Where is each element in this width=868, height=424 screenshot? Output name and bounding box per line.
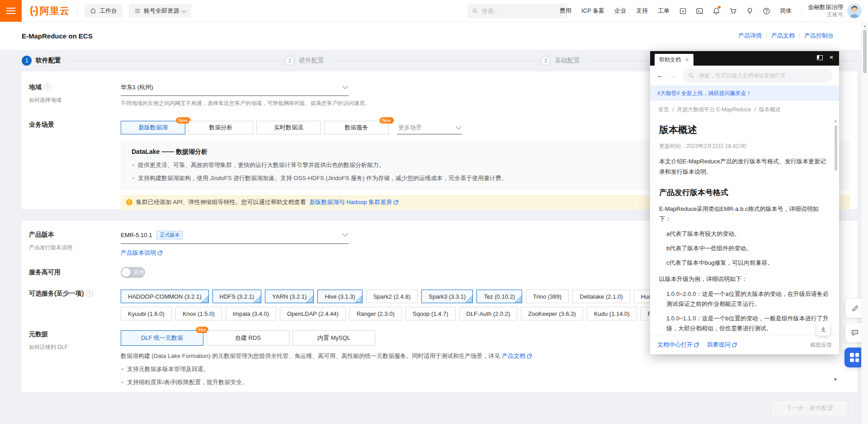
more-scenarios-select[interactable]: 更多场景 [397, 121, 462, 134]
ha-toggle[interactable]: 关闭 [121, 267, 145, 278]
breadcrumb-item[interactable]: 开源大数据平台 E-MapReduce [677, 106, 751, 114]
notifications-bell-icon[interactable] [708, 0, 725, 22]
service-chip[interactable]: Deltalake (2.1.0) [572, 290, 630, 303]
service-chip[interactable]: Kyuubi (1.6.0) [121, 307, 172, 320]
topbar-link[interactable]: 企业 [614, 7, 626, 15]
doc-search-input[interactable] [698, 72, 827, 79]
service-chip[interactable]: HDFS (3.2.1)✓ [212, 290, 262, 303]
version-notes-link[interactable]: 产品版本说明 [121, 249, 162, 256]
page-scrollbar[interactable]: ▲ [861, 22, 868, 424]
divider [766, 33, 767, 38]
cloudshell-icon[interactable] [691, 0, 708, 22]
doc-title: 版本概述 [659, 124, 830, 136]
chevron-down-icon [456, 124, 462, 129]
metadata-option[interactable]: DLF 统一元数据Hot [121, 330, 203, 346]
panel-scroll-up-icon[interactable]: ▲ [834, 119, 837, 123]
help-panel-toolbar: ← → [650, 66, 839, 86]
scenario-option[interactable]: 数据分析 [189, 121, 253, 134]
service-chip[interactable]: Ranger (2.3.0) [349, 307, 402, 320]
topbar-link[interactable]: 工单 [658, 7, 670, 15]
next-step-button[interactable]: 下一步：硬件配置 [771, 400, 848, 416]
locale-switch[interactable]: 简体 [780, 7, 792, 15]
lightbulb-icon[interactable] [741, 0, 758, 22]
scrollbar-thumb[interactable] [863, 30, 867, 73]
help-doc-tab[interactable]: 帮助文档 ✕ [655, 54, 693, 66]
global-search[interactable] [467, 4, 567, 18]
service-chip[interactable]: OpenLDAP (2.4.44) [280, 307, 346, 320]
help-tooltip-icon[interactable]: ? [44, 84, 51, 91]
scenario-option[interactable]: 数据服务New [324, 121, 389, 134]
service-chip[interactable]: ZooKeeper (3.6.3) [521, 307, 583, 320]
service-chip[interactable]: Spark2 (2.4.8) [366, 290, 418, 303]
product-link[interactable]: 产品文档 [771, 32, 795, 40]
breadcrumb-item[interactable]: 首页 [658, 106, 669, 114]
account-menu[interactable]: 金融数据治理 主账号 [801, 3, 862, 19]
search-input[interactable] [481, 7, 563, 15]
help-footer-link[interactable]: 我要提问 [707, 341, 737, 349]
version-badge: 正式版本 [156, 231, 183, 239]
service-chip[interactable]: Kudu (1.14.0) [587, 307, 637, 320]
product-version-label: 产品版本 [29, 231, 54, 239]
cluster-diff-link[interactable]: 新版数据湖与 Hadoop 集群差异 [310, 198, 399, 206]
doc-search-box[interactable] [683, 69, 833, 82]
workbench-button[interactable]: 工作台 [85, 4, 123, 18]
scenario-option[interactable]: 实时数据流 [256, 121, 321, 134]
help-doc-panel: 帮助文档 ✕ ✕ ← → #大咖答# 全新上线，踊跃提问赢奖金！ 首页/开源大数… [650, 51, 839, 354]
service-chip[interactable]: Spark3 (3.3.1)✓ [421, 290, 473, 303]
avatar[interactable] [847, 4, 862, 18]
metadata-option[interactable]: 自建 RDS [207, 330, 289, 346]
breadcrumb-item[interactable]: 版本概述 [759, 106, 781, 114]
region-select[interactable]: 华东1 (杭州) [121, 83, 349, 96]
product-version-select[interactable]: EMR-5.10.1 正式版本 [121, 231, 349, 244]
service-chip[interactable]: Tez (0.10.2)✓ [476, 290, 522, 303]
doc-section-title: 产品发行版本号格式 [659, 187, 830, 198]
account-resources-button[interactable]: 账号全部资源 [129, 4, 191, 18]
screenshot-feedback-link[interactable]: 截图反馈 [810, 341, 832, 349]
help-tooltip-icon[interactable]: ? [86, 290, 93, 297]
service-chip[interactable]: Knox (1.5.0) [175, 307, 222, 320]
scenario-option[interactable]: 新版数据湖New [121, 121, 185, 134]
external-link-icon [158, 251, 162, 255]
service-chip[interactable]: Trino (389) [526, 290, 569, 303]
forward-arrow-icon[interactable]: → [670, 72, 677, 79]
panel-scrollbar-thumb[interactable] [835, 125, 837, 171]
region-help-link[interactable]: 如何选择地域 [29, 96, 121, 104]
service-chip[interactable]: YARN (3.2.1)✓ [265, 290, 314, 303]
help-icon[interactable] [758, 0, 775, 22]
step-connector [330, 61, 535, 61]
aliyun-logo[interactable]: (-) 阿里云 [30, 5, 70, 17]
close-panel-icon[interactable]: ✕ [829, 55, 834, 60]
service-chip[interactable]: Sqoop (1.4.7) [406, 307, 456, 320]
service-chip[interactable]: HADOOP-COMMON (3.2.1)✓ [121, 290, 209, 303]
service-chip-label: Trino (389) [533, 293, 561, 300]
topbar-link[interactable]: ICP 备案 [581, 7, 604, 15]
service-chip[interactable]: Impala (3.4.0) [226, 307, 276, 320]
service-chip[interactable]: DLF-Auth (2.0.2) [459, 307, 518, 320]
topbar-link[interactable]: 费用 [560, 7, 571, 15]
cart-icon[interactable] [725, 0, 741, 22]
promo-banner[interactable]: #大咖答# 全新上线，踊跃提问赢奖金！ [650, 86, 839, 101]
service-chip[interactable]: Hive (3.1.3)✓ [317, 290, 362, 303]
external-link-icon [527, 354, 532, 358]
app-icon[interactable] [675, 0, 691, 22]
metadata-option[interactable]: 内置 MySQL [292, 330, 375, 346]
scrollbar-up-arrow[interactable]: ▲ [863, 24, 867, 28]
step-software-config[interactable]: 1 软件配置 [22, 56, 61, 66]
back-arrow-icon[interactable]: ← [656, 72, 664, 79]
scroll-to-bottom-button[interactable] [816, 322, 830, 336]
step-basic-config[interactable]: 3 基础配置 [541, 56, 580, 66]
hamburger-menu-button[interactable] [0, 0, 22, 22]
step-hardware-config[interactable]: 2 硬件配置 [285, 56, 324, 66]
product-doc-link[interactable]: 产品文档 [502, 353, 532, 359]
dlf-migration-link[interactable]: 如何迁移到 DLF [29, 343, 121, 351]
scroll-down-arrow-icon[interactable]: ▼ [833, 377, 838, 382]
product-link[interactable]: 产品控制台 [804, 32, 834, 40]
dock-panel-icon[interactable] [817, 55, 823, 60]
doc-upgrade-intro: 以版本升级为例，详细说明如下： [659, 274, 830, 285]
tab-close-icon[interactable]: ✕ [685, 57, 689, 63]
breadcrumb-separator: / [754, 106, 755, 113]
topbar-link[interactable]: 支持 [636, 7, 648, 15]
help-footer-link[interactable]: 文档中心打开 [657, 341, 699, 349]
step-label: 硬件配置 [299, 57, 324, 65]
product-link[interactable]: 产品详情 [738, 32, 762, 40]
